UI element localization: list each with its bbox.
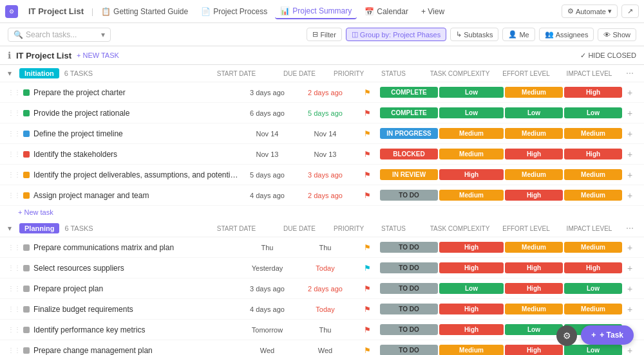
task-impact-cell[interactable]: Medium: [564, 242, 622, 253]
new-task-link[interactable]: + NEW TASK: [77, 51, 119, 59]
task-complexity-cell[interactable]: Low: [439, 87, 504, 98]
task-status-cell[interactable]: TO DO: [380, 304, 438, 314]
task-effort-cell[interactable]: Low: [505, 324, 563, 335]
drag-handle-icon[interactable]: ⋮⋮: [8, 244, 21, 251]
task-effort-cell[interactable]: Medium: [505, 304, 563, 314]
task-complexity-cell[interactable]: Low: [439, 107, 504, 118]
task-complexity-cell[interactable]: Medium: [439, 128, 504, 139]
task-status-cell[interactable]: COMPLETE: [380, 107, 438, 118]
task-complexity-cell[interactable]: Low: [439, 283, 504, 294]
task-more-icon[interactable]: +: [623, 108, 636, 118]
automate-button[interactable]: ⚙ Automate ▾: [562, 5, 618, 18]
task-complexity-cell[interactable]: Medium: [439, 345, 504, 355]
task-effort-cell[interactable]: Medium: [505, 169, 563, 180]
task-status-cell[interactable]: TO DO: [380, 345, 438, 355]
assignees-button[interactable]: 👥 Assignees: [539, 28, 594, 41]
me-button[interactable]: 👤 Me: [502, 28, 535, 41]
task-impact-cell[interactable]: Low: [564, 107, 622, 118]
filter-button[interactable]: ⊟ Filter: [307, 28, 341, 41]
task-impact-cell[interactable]: Low: [564, 345, 622, 355]
task-more-icon[interactable]: +: [623, 284, 636, 294]
task-status-cell[interactable]: TO DO: [380, 262, 438, 273]
task-priority[interactable]: ⚑: [354, 264, 380, 273]
tab-add-view[interactable]: + View: [416, 5, 450, 19]
task-more-icon[interactable]: +: [623, 129, 636, 139]
task-impact-cell[interactable]: Medium: [564, 304, 622, 314]
task-impact-cell[interactable]: High: [564, 87, 622, 98]
drag-handle-icon[interactable]: ⋮⋮: [8, 192, 21, 199]
task-effort-cell[interactable]: High: [505, 345, 563, 355]
task-priority[interactable]: ⚑: [354, 129, 380, 138]
drag-handle-icon[interactable]: ⋮⋮: [8, 89, 21, 96]
task-name[interactable]: Identify the stakeholders: [33, 150, 238, 159]
phase-collapse-icon[interactable]: ▾: [8, 69, 12, 78]
task-impact-cell[interactable]: Low: [564, 283, 622, 294]
task-name[interactable]: Finalize budget requirements: [33, 305, 238, 314]
task-complexity-cell[interactable]: Medium: [439, 190, 504, 201]
drag-handle-icon[interactable]: ⋮⋮: [8, 326, 21, 333]
task-complexity-cell[interactable]: High: [439, 262, 504, 273]
phase-settings-icon[interactable]: ⋯: [623, 69, 636, 78]
group-by-button[interactable]: ◫ Group by: Project Phases: [346, 28, 446, 41]
task-effort-cell[interactable]: High: [505, 190, 563, 201]
add-task-button[interactable]: + + Task: [581, 325, 634, 345]
drag-handle-icon[interactable]: ⋮⋮: [8, 347, 21, 354]
task-more-icon[interactable]: +: [623, 149, 636, 159]
task-name[interactable]: Assign project manager and team: [33, 191, 238, 200]
phase-settings-icon[interactable]: ⋯: [623, 224, 636, 233]
drag-handle-icon[interactable]: ⋮⋮: [8, 285, 21, 292]
task-complexity-cell[interactable]: High: [439, 242, 504, 253]
task-status-cell[interactable]: IN PROGRESS: [380, 128, 438, 139]
nav-project-name[interactable]: IT Project List: [23, 4, 89, 19]
task-more-icon[interactable]: +: [623, 263, 636, 273]
task-priority[interactable]: ⚑: [354, 150, 380, 159]
task-status-cell[interactable]: TO DO: [380, 242, 438, 253]
subtasks-button[interactable]: ↳ Subtasks: [450, 28, 498, 41]
task-name[interactable]: Define the project timeline: [33, 129, 238, 138]
drag-handle-icon[interactable]: ⋮⋮: [8, 264, 21, 271]
task-status-cell[interactable]: IN REVIEW: [380, 169, 438, 180]
search-box[interactable]: 🔍 Search tasks... ▾: [8, 28, 111, 42]
task-name[interactable]: Identify performance key metrics: [33, 325, 238, 334]
task-effort-cell[interactable]: Medium: [505, 128, 563, 139]
task-more-icon[interactable]: +: [623, 190, 636, 201]
phase-collapse-icon[interactable]: ▾: [8, 224, 12, 233]
task-complexity-cell[interactable]: High: [439, 304, 504, 314]
task-status-cell[interactable]: TO DO: [380, 190, 438, 201]
task-name[interactable]: Prepare project plan: [33, 284, 238, 293]
task-priority[interactable]: ⚑: [354, 88, 380, 97]
task-complexity-cell[interactable]: High: [439, 324, 504, 335]
task-status-cell[interactable]: TO DO: [380, 283, 438, 294]
task-priority[interactable]: ⚑: [354, 325, 380, 334]
task-effort-cell[interactable]: Low: [505, 107, 563, 118]
task-effort-cell[interactable]: High: [505, 149, 563, 159]
task-name[interactable]: Prepare change management plan: [33, 346, 238, 355]
task-impact-cell[interactable]: Medium: [564, 169, 622, 180]
task-priority[interactable]: ⚑: [354, 109, 380, 118]
task-more-icon[interactable]: +: [623, 170, 636, 180]
task-impact-cell[interactable]: High: [564, 262, 622, 273]
task-impact-cell[interactable]: High: [564, 149, 622, 159]
settings-button[interactable]: ⚙: [556, 325, 577, 346]
task-name[interactable]: Prepare the project charter: [33, 88, 238, 97]
task-status-cell[interactable]: BLOCKED: [380, 149, 438, 159]
task-name[interactable]: Select resources suppliers: [33, 264, 238, 273]
task-priority[interactable]: ⚑: [354, 305, 380, 314]
task-more-icon[interactable]: +: [623, 87, 636, 98]
drag-handle-icon[interactable]: ⋮⋮: [8, 171, 21, 178]
drag-handle-icon[interactable]: ⋮⋮: [8, 305, 21, 313]
task-effort-cell[interactable]: Medium: [505, 87, 563, 98]
hide-closed-button[interactable]: ✓ HIDE CLOSED: [580, 51, 636, 60]
task-complexity-cell[interactable]: Medium: [439, 149, 504, 159]
drag-handle-icon[interactable]: ⋮⋮: [8, 109, 21, 116]
show-button[interactable]: 👁 Show: [598, 28, 636, 41]
tab-calendar[interactable]: 📅 Calendar: [359, 5, 413, 19]
task-impact-cell[interactable]: Medium: [564, 128, 622, 139]
task-effort-cell[interactable]: Medium: [505, 242, 563, 253]
drag-handle-icon[interactable]: ⋮⋮: [8, 130, 21, 137]
drag-handle-icon[interactable]: ⋮⋮: [8, 150, 21, 158]
tab-project-process[interactable]: 📄 Project Process: [196, 5, 272, 19]
task-status-cell[interactable]: COMPLETE: [380, 87, 438, 98]
share-button[interactable]: ↗: [621, 5, 639, 18]
new-task-row[interactable]: + New task: [0, 206, 644, 220]
